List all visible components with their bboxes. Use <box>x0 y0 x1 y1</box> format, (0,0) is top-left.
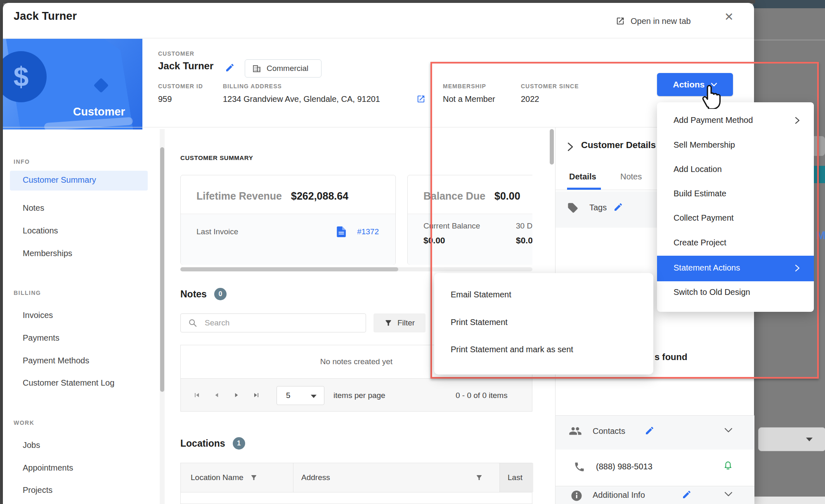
sidebar-item-appointments[interactable]: Appointments <box>23 463 73 473</box>
funnel-icon[interactable] <box>475 474 483 481</box>
banner-label: Customer <box>73 106 125 118</box>
sidebar-item-payments[interactable]: Payments <box>23 333 59 343</box>
notes-heading-row: Notes 0 <box>180 288 227 300</box>
contacts-icon <box>569 426 582 436</box>
menu-item-switch-to-old-design[interactable]: Switch to Old Design <box>674 287 750 297</box>
menu-item-create-project[interactable]: Create Project <box>674 238 726 247</box>
chevron-right-icon <box>795 264 800 272</box>
funnel-icon[interactable] <box>250 474 258 481</box>
locations-table-row[interactable] <box>180 492 532 504</box>
notes-heading: Notes <box>180 289 207 300</box>
submenu-item-print-statement-mark-sent[interactable]: Print Statement and mark as sent <box>451 345 573 354</box>
contacts-label: Contacts <box>593 426 625 436</box>
sidebar-item-locations[interactable]: Locations <box>23 226 58 236</box>
edit-customer-pencil-icon[interactable] <box>225 63 235 73</box>
building-icon <box>252 64 262 73</box>
header-divider <box>3 38 754 38</box>
background-dropdown <box>758 427 825 451</box>
customer-label: CUSTOMER <box>158 50 194 57</box>
cards-hscrollbar-thumb[interactable] <box>180 267 398 271</box>
sidebar-item-notes[interactable]: Notes <box>23 203 44 213</box>
column-last[interactable]: Last <box>508 463 532 492</box>
customer-name: Jack Turner <box>158 60 213 72</box>
last-invoice-link[interactable]: #1372 <box>357 227 379 236</box>
funnel-icon <box>384 319 392 327</box>
customer-id-label: CUSTOMER ID <box>158 83 203 89</box>
sidebar-scrollbar-thumb[interactable] <box>160 147 164 392</box>
page-size-value: 5 <box>286 391 291 400</box>
column-address[interactable]: Address <box>301 463 491 492</box>
search-input[interactable] <box>204 318 346 328</box>
menu-item-add-payment-method[interactable]: Add Payment Method <box>674 115 753 125</box>
address-external-link-icon[interactable] <box>416 94 426 104</box>
customer-type-badge: Commercial <box>245 59 321 78</box>
menu-item-collect-payment[interactable]: Collect Payment <box>674 213 734 223</box>
prev-page-icon[interactable] <box>210 388 224 402</box>
open-in-new-tab-label: Open in new tab <box>631 16 691 26</box>
open-in-new-tab-button[interactable]: Open in new tab <box>616 13 711 29</box>
sidebar-item-invoices[interactable]: Invoices <box>23 311 53 320</box>
customer-id-value: 959 <box>158 94 172 104</box>
statement-actions-submenu: Email Statement Print Statement Print St… <box>434 273 653 374</box>
bell-icon[interactable] <box>723 460 733 472</box>
locations-heading: Locations <box>180 438 225 449</box>
filter-label: Filter <box>397 318 415 327</box>
menu-item-sell-membership[interactable]: Sell Membership <box>674 140 735 150</box>
page-size-select[interactable]: 5 <box>277 386 324 405</box>
sidebar-item-payment-methods[interactable]: Payment Methods <box>23 356 89 365</box>
info-icon <box>570 490 583 502</box>
caret-down-icon <box>311 395 317 398</box>
sidebar-item-jobs[interactable]: Jobs <box>23 440 40 450</box>
notes-count-badge: 0 <box>214 288 227 300</box>
menu-item-statement-actions[interactable]: Statement Actions <box>674 263 740 273</box>
card-title: Lifetime Revenue <box>196 190 282 202</box>
filter-button[interactable]: Filter <box>373 313 426 332</box>
contact-phone-row[interactable]: (888) 988-5013 <box>556 450 754 486</box>
card-footer: Last Invoice #1372 <box>181 214 395 265</box>
first-page-icon[interactable] <box>190 388 204 402</box>
locations-table-header: Location Name Address Last <box>180 463 532 492</box>
menu-item-build-estimate[interactable]: Build Estimate <box>674 189 726 198</box>
sidebar-section-work: WORK <box>14 419 34 426</box>
pagination-range-text: 0 - 0 of 0 items <box>456 391 508 400</box>
sidebar-section-info: INFO <box>14 158 30 165</box>
sidebar-item-customer-summary[interactable]: Customer Summary <box>23 175 96 185</box>
invoice-doc-icon <box>337 226 346 237</box>
submenu-item-print-statement[interactable]: Print Statement <box>451 318 508 327</box>
locations-count-badge: 1 <box>233 437 245 450</box>
additional-info-section-header[interactable]: Additional Info <box>556 486 754 504</box>
sidebar-item-projects[interactable]: Projects <box>23 485 52 495</box>
submenu-item-email-statement[interactable]: Email Statement <box>451 290 511 299</box>
actions-dropdown-menu: Add Payment Method Sell Membership Add L… <box>657 102 814 312</box>
contacts-section-header[interactable]: Contacts <box>556 416 754 450</box>
locations-heading-row: Locations 1 <box>180 437 245 450</box>
edit-contacts-pencil-icon[interactable] <box>645 426 655 436</box>
notes-search <box>180 313 366 332</box>
column-label: Last <box>508 473 522 482</box>
modal-title: Jack Turner <box>14 10 77 23</box>
card-value: $262,088.64 <box>291 190 348 202</box>
collapse-chevron-icon[interactable] <box>724 427 733 433</box>
phone-number[interactable]: (888) 988-5013 <box>596 462 652 471</box>
customer-banner: $ Customer <box>3 39 142 130</box>
additional-info-label: Additional Info <box>593 490 645 500</box>
lifetime-revenue-card: Lifetime Revenue $262,088.64 Last Invoic… <box>180 175 396 265</box>
customer-summary-heading: CUSTOMER SUMMARY <box>180 154 253 161</box>
collapse-chevron-icon[interactable] <box>724 491 733 497</box>
next-page-icon[interactable] <box>229 388 243 402</box>
sidebar-item-customer-statement-log[interactable]: Customer Statement Log <box>23 378 114 388</box>
screen: M Jack Turner Open in new tab ✕ $ Custom… <box>0 0 825 504</box>
close-icon[interactable]: ✕ <box>724 10 734 24</box>
column-label: Address <box>301 473 330 482</box>
last-page-icon[interactable] <box>249 388 263 402</box>
phone-icon <box>574 461 585 473</box>
menu-item-add-location[interactable]: Add Location <box>674 165 722 174</box>
background-divider <box>753 40 825 40</box>
sidebar-item-memberships[interactable]: Memberships <box>23 249 72 258</box>
edit-additional-info-pencil-icon[interactable] <box>682 490 692 499</box>
column-location-name[interactable]: Location Name <box>191 463 290 492</box>
column-label: Location Name <box>191 473 243 482</box>
notes-pagination: 5 items per page 0 - 0 of 0 items <box>180 379 532 412</box>
external-link-icon <box>616 16 625 26</box>
customer-type-label: Commercial <box>267 64 308 73</box>
